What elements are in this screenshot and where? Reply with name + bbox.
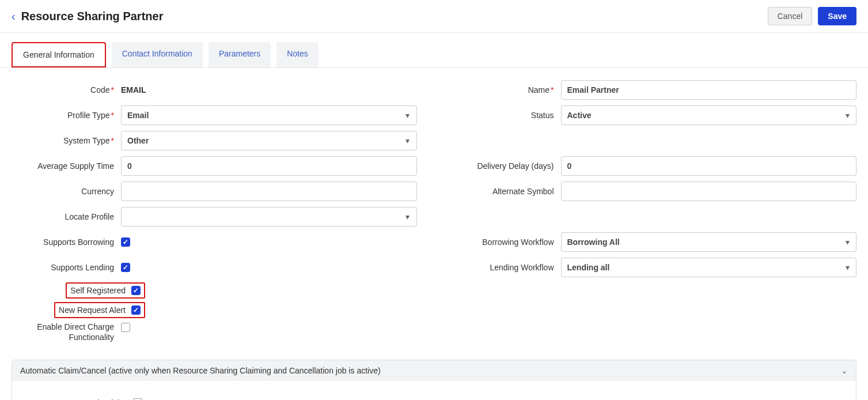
avg-supply-time-input[interactable] <box>121 156 417 176</box>
profile-type-dropdown-button[interactable]: ▾ <box>399 105 416 125</box>
self-registered-checkbox[interactable] <box>131 286 141 295</box>
chevron-down-icon: ▾ <box>405 212 410 221</box>
self-registered-label: Self Registered <box>67 286 131 295</box>
tabs-container: General Information Contact Information … <box>0 42 868 68</box>
profile-type-label: Profile Type <box>67 111 110 120</box>
code-label: Code <box>90 85 109 95</box>
back-chevron-icon[interactable]: ‹ <box>12 10 16 23</box>
system-type-label: System Type <box>63 136 110 145</box>
required-indicator: * <box>111 85 114 95</box>
chevron-down-icon: ▾ <box>846 111 850 120</box>
alternate-symbol-label: Alternate Symbol <box>492 187 554 196</box>
status-label: Status <box>531 111 554 120</box>
lending-workflow-select[interactable] <box>561 258 839 277</box>
locate-profile-dropdown-button[interactable]: ▾ <box>399 207 416 227</box>
cancel-button[interactable]: Cancel <box>768 7 813 25</box>
save-button[interactable]: Save <box>818 7 856 25</box>
tab-notes[interactable]: Notes <box>276 42 319 67</box>
automatic-claim-cancel-header[interactable]: Automatic Claim/Cancel (active only when… <box>12 360 856 381</box>
alternate-symbol-input[interactable] <box>561 182 857 201</box>
tab-general-information[interactable]: General Information <box>12 42 106 67</box>
status-dropdown-button[interactable]: ▾ <box>839 105 856 125</box>
enable-direct-charge-label: Enable Direct Charge Functionality <box>37 322 114 342</box>
status-select[interactable] <box>561 105 839 125</box>
chevron-down-icon: ⌄ <box>841 366 848 375</box>
enable-direct-charge-checkbox[interactable] <box>121 323 130 332</box>
name-input[interactable] <box>561 80 857 100</box>
new-request-alert-checkbox[interactable] <box>131 305 141 315</box>
required-indicator: * <box>111 111 114 120</box>
lending-workflow-dropdown-button[interactable]: ▾ <box>839 258 856 277</box>
system-type-select[interactable] <box>121 131 399 150</box>
locate-profile-label: Locate Profile <box>65 212 114 221</box>
new-request-alert-label: New Request Alert <box>55 305 131 315</box>
borrowing-workflow-label: Borrowing Workflow <box>482 237 554 247</box>
borrowing-workflow-select[interactable] <box>561 232 839 252</box>
chevron-down-icon: ▾ <box>846 237 850 247</box>
name-label: Name <box>528 85 549 95</box>
avg-supply-time-label: Average Supply Time <box>37 161 114 171</box>
code-value: EMAIL <box>121 85 146 95</box>
profile-type-select[interactable] <box>121 105 399 125</box>
supports-borrowing-checkbox[interactable] <box>121 237 130 247</box>
chevron-down-icon: ▾ <box>405 136 410 145</box>
lending-workflow-label: Lending Workflow <box>490 263 554 272</box>
supports-lending-checkbox[interactable] <box>121 263 130 272</box>
tab-contact-information[interactable]: Contact Information <box>112 42 203 67</box>
delivery-delay-label: Delivery Delay (days) <box>477 161 554 171</box>
required-indicator: * <box>111 136 114 145</box>
currency-label: Currency <box>81 187 114 196</box>
tab-parameters[interactable]: Parameters <box>209 42 271 67</box>
supports-borrowing-label: Supports Borrowing <box>43 237 114 247</box>
system-type-dropdown-button[interactable]: ▾ <box>399 131 416 150</box>
locate-profile-select[interactable] <box>121 207 399 227</box>
page-title: Resource Sharing Partner <box>21 10 164 23</box>
supports-lending-label: Supports Lending <box>51 263 114 272</box>
collapsible-title: Automatic Claim/Cancel (active only when… <box>20 366 381 375</box>
borrowing-workflow-dropdown-button[interactable]: ▾ <box>839 232 856 252</box>
chevron-down-icon: ▾ <box>846 263 850 272</box>
currency-input[interactable] <box>121 182 417 201</box>
chevron-down-icon: ▾ <box>405 111 410 120</box>
delivery-delay-input[interactable] <box>561 156 857 176</box>
required-indicator: * <box>551 85 554 95</box>
automatic-claim-cancel-section: Automatic Claim/Cancel (active only when… <box>12 360 856 400</box>
